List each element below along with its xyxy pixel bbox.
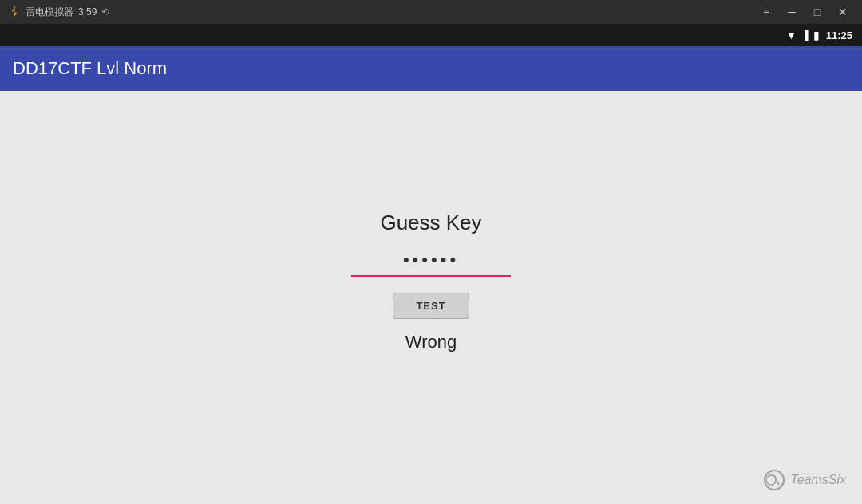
result-text: Wrong xyxy=(405,332,457,352)
title-bar: 雷电模拟器 3.59 ⟲ ≡ ─ □ ✕ xyxy=(0,0,862,24)
close-button[interactable]: ✕ xyxy=(832,3,854,21)
watermark-icon xyxy=(763,469,785,491)
guess-key-label: Guess Key xyxy=(380,211,481,235)
emulator-window: 雷电模拟器 3.59 ⟲ ≡ ─ □ ✕ ▼ ▐ ▮ 11:25 DD17CTF… xyxy=(0,0,862,504)
watermark-text: TeamsSix xyxy=(790,473,846,487)
status-icons: ▼ ▐ ▮ xyxy=(785,29,819,41)
battery-icon: ▮ xyxy=(813,29,820,41)
app-title: DD17CTF Lvl Norm xyxy=(13,58,167,79)
svg-point-0 xyxy=(765,471,784,490)
input-underline xyxy=(351,275,511,277)
password-dots[interactable]: •••••• xyxy=(351,250,511,274)
menu-button[interactable]: ≡ xyxy=(755,3,777,21)
emulator-icon xyxy=(8,6,21,18)
android-status-bar: ▼ ▐ ▮ 11:25 xyxy=(0,24,862,46)
emulator-version: 3.59 xyxy=(78,6,97,18)
title-bar-controls: ≡ ─ □ ✕ xyxy=(755,3,854,21)
test-button[interactable]: TEST xyxy=(393,293,469,319)
restore-button[interactable]: □ xyxy=(806,3,828,21)
signal-icon: ▐ xyxy=(801,30,809,41)
password-input-container[interactable]: •••••• xyxy=(351,250,511,277)
android-app-area: DD17CTF Lvl Norm Guess Key •••••• TEST W… xyxy=(0,46,862,504)
app-bar: DD17CTF Lvl Norm xyxy=(0,46,862,91)
link-icon: ⟲ xyxy=(101,6,109,18)
status-time: 11:25 xyxy=(826,30,852,41)
wifi-icon: ▼ xyxy=(785,29,797,41)
app-content: Guess Key •••••• TEST Wrong TeamsSix xyxy=(0,91,862,504)
minimize-button[interactable]: ─ xyxy=(781,3,803,21)
watermark: TeamsSix xyxy=(763,469,846,491)
title-bar-left: 雷电模拟器 3.59 ⟲ xyxy=(8,6,109,19)
emulator-name: 雷电模拟器 xyxy=(26,6,73,19)
